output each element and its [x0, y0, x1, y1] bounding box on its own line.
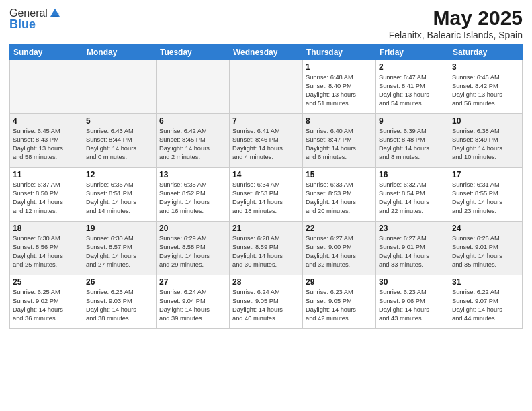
- day-info: Sunrise: 6:37 AMSunset: 8:50 PMDaylight:…: [13, 181, 80, 216]
- calendar-cell: 2Sunrise: 6:47 AMSunset: 8:41 PMDaylight…: [376, 60, 449, 114]
- day-info: Sunrise: 6:46 AMSunset: 8:42 PMDaylight:…: [452, 73, 519, 108]
- day-info: Sunrise: 6:27 AMSunset: 9:00 PMDaylight:…: [306, 234, 373, 269]
- day-info: Sunrise: 6:38 AMSunset: 8:49 PMDaylight:…: [452, 127, 519, 162]
- calendar-cell: 5Sunrise: 6:43 AMSunset: 8:44 PMDaylight…: [83, 114, 157, 168]
- day-number: 10: [452, 116, 519, 126]
- calendar-cell: 6Sunrise: 6:42 AMSunset: 8:45 PMDaylight…: [157, 114, 230, 168]
- day-number: 13: [159, 170, 226, 179]
- logo-blue-text: Blue: [9, 17, 61, 32]
- day-info: Sunrise: 6:27 AMSunset: 9:01 PMDaylight:…: [379, 234, 446, 269]
- day-number: 30: [379, 277, 446, 287]
- day-info: Sunrise: 6:30 AMSunset: 8:57 PMDaylight:…: [86, 234, 153, 269]
- weekday-header-tuesday: Tuesday: [157, 45, 230, 60]
- day-info: Sunrise: 6:34 AMSunset: 8:53 PMDaylight:…: [232, 181, 300, 216]
- day-number: 25: [13, 277, 80, 287]
- calendar-cell: 16Sunrise: 6:32 AMSunset: 8:54 PMDayligh…: [376, 168, 449, 222]
- day-number: 15: [306, 170, 373, 179]
- week-row-2: 4Sunrise: 6:45 AMSunset: 8:43 PMDaylight…: [10, 114, 523, 168]
- weekday-header-row: SundayMondayTuesdayWednesdayThursdayFrid…: [10, 45, 523, 60]
- week-row-3: 11Sunrise: 6:37 AMSunset: 8:50 PMDayligh…: [10, 168, 523, 222]
- day-number: 9: [379, 116, 446, 126]
- week-row-5: 25Sunrise: 6:25 AMSunset: 9:02 PMDayligh…: [10, 275, 523, 329]
- weekday-header-wednesday: Wednesday: [230, 45, 303, 60]
- day-number: 18: [13, 224, 80, 233]
- weekday-header-sunday: Sunday: [10, 45, 83, 60]
- day-number: 5: [86, 116, 153, 126]
- day-number: 23: [379, 224, 446, 233]
- week-row-4: 18Sunrise: 6:30 AMSunset: 8:56 PMDayligh…: [10, 222, 523, 275]
- calendar-cell: [230, 60, 303, 114]
- day-info: Sunrise: 6:36 AMSunset: 8:51 PMDaylight:…: [86, 181, 153, 216]
- day-number: 7: [232, 116, 300, 126]
- calendar-cell: 15Sunrise: 6:33 AMSunset: 8:53 PMDayligh…: [303, 168, 376, 222]
- day-number: 3: [452, 62, 519, 72]
- calendar-cell: 27Sunrise: 6:24 AMSunset: 9:04 PMDayligh…: [157, 275, 230, 329]
- day-number: 12: [86, 170, 153, 179]
- logo: General Blue: [9, 7, 61, 32]
- day-info: Sunrise: 6:28 AMSunset: 8:59 PMDaylight:…: [232, 234, 300, 269]
- day-number: 1: [306, 62, 373, 72]
- calendar-cell: 17Sunrise: 6:31 AMSunset: 8:55 PMDayligh…: [449, 168, 523, 222]
- header: General Blue May 2025 Felanitx, Balearic…: [9, 7, 523, 40]
- day-number: 17: [452, 170, 519, 179]
- day-number: 21: [232, 224, 300, 233]
- day-info: Sunrise: 6:41 AMSunset: 8:46 PMDaylight:…: [232, 127, 300, 162]
- calendar-cell: [83, 60, 157, 114]
- day-info: Sunrise: 6:26 AMSunset: 9:01 PMDaylight:…: [452, 234, 519, 269]
- day-info: Sunrise: 6:25 AMSunset: 9:02 PMDaylight:…: [13, 288, 80, 323]
- day-info: Sunrise: 6:35 AMSunset: 8:52 PMDaylight:…: [159, 181, 226, 216]
- day-number: 6: [159, 116, 226, 126]
- week-row-1: 1Sunrise: 6:48 AMSunset: 8:40 PMDaylight…: [10, 60, 523, 114]
- calendar-cell: 31Sunrise: 6:22 AMSunset: 9:07 PMDayligh…: [449, 275, 523, 329]
- day-info: Sunrise: 6:22 AMSunset: 9:07 PMDaylight:…: [452, 288, 519, 323]
- calendar-cell: 8Sunrise: 6:40 AMSunset: 8:47 PMDaylight…: [303, 114, 376, 168]
- day-number: 2: [379, 62, 446, 72]
- day-number: 22: [306, 224, 373, 233]
- calendar-cell: 30Sunrise: 6:23 AMSunset: 9:06 PMDayligh…: [376, 275, 449, 329]
- calendar-cell: 28Sunrise: 6:24 AMSunset: 9:05 PMDayligh…: [230, 275, 303, 329]
- day-info: Sunrise: 6:47 AMSunset: 8:41 PMDaylight:…: [379, 73, 446, 108]
- day-info: Sunrise: 6:24 AMSunset: 9:05 PMDaylight:…: [232, 288, 300, 323]
- day-number: 16: [379, 170, 446, 179]
- day-number: 27: [159, 277, 226, 287]
- day-number: 19: [86, 224, 153, 233]
- day-info: Sunrise: 6:48 AMSunset: 8:40 PMDaylight:…: [306, 73, 373, 108]
- calendar-cell: 3Sunrise: 6:46 AMSunset: 8:42 PMDaylight…: [449, 60, 523, 114]
- calendar-page: General Blue May 2025 Felanitx, Balearic…: [0, 0, 532, 411]
- day-info: Sunrise: 6:30 AMSunset: 8:56 PMDaylight:…: [13, 234, 80, 269]
- day-info: Sunrise: 6:32 AMSunset: 8:54 PMDaylight:…: [379, 181, 446, 216]
- logo-icon: [49, 7, 61, 19]
- calendar-cell: 10Sunrise: 6:38 AMSunset: 8:49 PMDayligh…: [449, 114, 523, 168]
- month-title: May 2025: [389, 7, 523, 30]
- calendar-cell: [157, 60, 230, 114]
- calendar-cell: 4Sunrise: 6:45 AMSunset: 8:43 PMDaylight…: [10, 114, 83, 168]
- weekday-header-friday: Friday: [376, 45, 449, 60]
- weekday-header-monday: Monday: [83, 45, 157, 60]
- location-title: Felanitx, Balearic Islands, Spain: [389, 30, 523, 40]
- day-info: Sunrise: 6:23 AMSunset: 9:05 PMDaylight:…: [306, 288, 373, 323]
- day-number: 29: [306, 277, 373, 287]
- day-number: 8: [306, 116, 373, 126]
- calendar-cell: 25Sunrise: 6:25 AMSunset: 9:02 PMDayligh…: [10, 275, 83, 329]
- calendar-cell: 29Sunrise: 6:23 AMSunset: 9:05 PMDayligh…: [303, 275, 376, 329]
- day-info: Sunrise: 6:33 AMSunset: 8:53 PMDaylight:…: [306, 181, 373, 216]
- day-number: 31: [452, 277, 519, 287]
- calendar-cell: 23Sunrise: 6:27 AMSunset: 9:01 PMDayligh…: [376, 222, 449, 275]
- day-number: 26: [86, 277, 153, 287]
- day-number: 20: [159, 224, 226, 233]
- calendar-cell: 12Sunrise: 6:36 AMSunset: 8:51 PMDayligh…: [83, 168, 157, 222]
- calendar-cell: 24Sunrise: 6:26 AMSunset: 9:01 PMDayligh…: [449, 222, 523, 275]
- day-info: Sunrise: 6:31 AMSunset: 8:55 PMDaylight:…: [452, 181, 519, 216]
- calendar-table: SundayMondayTuesdayWednesdayThursdayFrid…: [9, 44, 523, 329]
- weekday-header-thursday: Thursday: [303, 45, 376, 60]
- day-number: 28: [232, 277, 300, 287]
- day-number: 24: [452, 224, 519, 233]
- day-info: Sunrise: 6:43 AMSunset: 8:44 PMDaylight:…: [86, 127, 153, 162]
- day-info: Sunrise: 6:23 AMSunset: 9:06 PMDaylight:…: [379, 288, 446, 323]
- calendar-cell: 22Sunrise: 6:27 AMSunset: 9:00 PMDayligh…: [303, 222, 376, 275]
- day-number: 4: [13, 116, 80, 126]
- day-info: Sunrise: 6:42 AMSunset: 8:45 PMDaylight:…: [159, 127, 226, 162]
- calendar-cell: 14Sunrise: 6:34 AMSunset: 8:53 PMDayligh…: [230, 168, 303, 222]
- day-info: Sunrise: 6:39 AMSunset: 8:48 PMDaylight:…: [379, 127, 446, 162]
- day-number: 14: [232, 170, 300, 179]
